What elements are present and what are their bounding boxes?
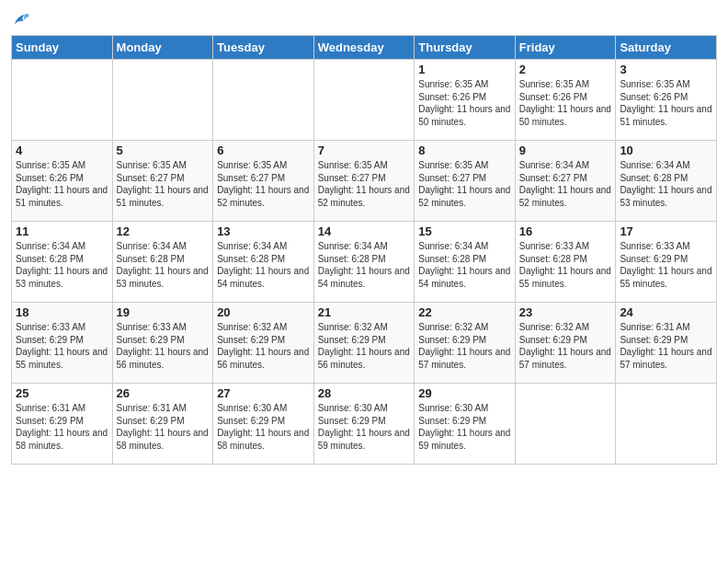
calendar-cell: 2Sunrise: 6:35 AM Sunset: 6:26 PM Daylig… bbox=[515, 60, 616, 141]
calendar-cell: 14Sunrise: 6:34 AM Sunset: 6:28 PM Dayli… bbox=[313, 222, 415, 303]
calendar-cell: 10Sunrise: 6:34 AM Sunset: 6:28 PM Dayli… bbox=[616, 141, 717, 222]
day-info: Sunrise: 6:30 AM Sunset: 6:29 PM Dayligh… bbox=[418, 402, 511, 452]
day-info: Sunrise: 6:34 AM Sunset: 6:27 PM Dayligh… bbox=[519, 159, 612, 209]
day-info: Sunrise: 6:35 AM Sunset: 6:27 PM Dayligh… bbox=[217, 159, 310, 209]
calendar-cell: 24Sunrise: 6:31 AM Sunset: 6:29 PM Dayli… bbox=[616, 303, 717, 384]
calendar-cell: 25Sunrise: 6:31 AM Sunset: 6:29 PM Dayli… bbox=[12, 384, 113, 465]
calendar-cell bbox=[515, 384, 616, 465]
day-number: 6 bbox=[217, 144, 310, 157]
day-number: 2 bbox=[519, 63, 612, 76]
calendar-week-row: 4Sunrise: 6:35 AM Sunset: 6:26 PM Daylig… bbox=[12, 141, 717, 222]
day-number: 7 bbox=[318, 144, 411, 157]
day-number: 29 bbox=[418, 386, 511, 400]
day-number: 5 bbox=[117, 144, 210, 157]
calendar-cell bbox=[616, 384, 717, 465]
calendar-weekday-friday: Friday bbox=[515, 36, 616, 60]
calendar-header-row: SundayMondayTuesdayWednesdayThursdayFrid… bbox=[12, 36, 717, 60]
day-number: 14 bbox=[318, 224, 411, 238]
day-info: Sunrise: 6:35 AM Sunset: 6:27 PM Dayligh… bbox=[117, 159, 210, 209]
day-info: Sunrise: 6:30 AM Sunset: 6:29 PM Dayligh… bbox=[318, 402, 411, 452]
day-info: Sunrise: 6:34 AM Sunset: 6:28 PM Dayligh… bbox=[16, 240, 108, 290]
calendar-cell: 26Sunrise: 6:31 AM Sunset: 6:29 PM Dayli… bbox=[112, 384, 213, 465]
calendar-cell: 9Sunrise: 6:34 AM Sunset: 6:27 PM Daylig… bbox=[515, 141, 616, 222]
day-info: Sunrise: 6:34 AM Sunset: 6:28 PM Dayligh… bbox=[620, 159, 712, 209]
calendar-week-row: 25Sunrise: 6:31 AM Sunset: 6:29 PM Dayli… bbox=[12, 384, 717, 465]
day-info: Sunrise: 6:32 AM Sunset: 6:29 PM Dayligh… bbox=[318, 321, 411, 371]
calendar-weekday-monday: Monday bbox=[112, 36, 213, 60]
calendar-cell: 11Sunrise: 6:34 AM Sunset: 6:28 PM Dayli… bbox=[12, 222, 113, 303]
day-info: Sunrise: 6:34 AM Sunset: 6:28 PM Dayligh… bbox=[318, 240, 411, 290]
calendar-weekday-sunday: Sunday bbox=[12, 36, 113, 60]
day-number: 17 bbox=[620, 224, 712, 238]
day-number: 21 bbox=[318, 305, 411, 319]
calendar-cell: 3Sunrise: 6:35 AM Sunset: 6:26 PM Daylig… bbox=[616, 60, 717, 141]
page: SundayMondayTuesdayWednesdayThursdayFrid… bbox=[0, 0, 728, 563]
calendar-cell: 1Sunrise: 6:35 AM Sunset: 6:26 PM Daylig… bbox=[415, 60, 516, 141]
day-number: 27 bbox=[217, 386, 310, 400]
calendar-cell: 8Sunrise: 6:35 AM Sunset: 6:27 PM Daylig… bbox=[415, 141, 516, 222]
logo-bird-icon bbox=[11, 9, 31, 29]
day-number: 3 bbox=[620, 63, 712, 76]
calendar-cell: 15Sunrise: 6:34 AM Sunset: 6:28 PM Dayli… bbox=[415, 222, 516, 303]
calendar-cell: 12Sunrise: 6:34 AM Sunset: 6:28 PM Dayli… bbox=[112, 222, 213, 303]
calendar-cell: 5Sunrise: 6:35 AM Sunset: 6:27 PM Daylig… bbox=[112, 141, 213, 222]
calendar-cell: 27Sunrise: 6:30 AM Sunset: 6:29 PM Dayli… bbox=[213, 384, 314, 465]
day-info: Sunrise: 6:34 AM Sunset: 6:28 PM Dayligh… bbox=[217, 240, 310, 290]
day-number: 22 bbox=[418, 305, 511, 319]
logo bbox=[11, 9, 35, 29]
day-number: 19 bbox=[117, 305, 210, 319]
day-info: Sunrise: 6:31 AM Sunset: 6:29 PM Dayligh… bbox=[16, 402, 108, 452]
day-info: Sunrise: 6:33 AM Sunset: 6:29 PM Dayligh… bbox=[620, 240, 712, 290]
header bbox=[11, 9, 717, 29]
day-number: 26 bbox=[117, 386, 210, 400]
day-info: Sunrise: 6:35 AM Sunset: 6:27 PM Dayligh… bbox=[418, 159, 511, 209]
calendar-cell bbox=[112, 60, 213, 141]
calendar-cell bbox=[213, 60, 314, 141]
calendar-weekday-wednesday: Wednesday bbox=[313, 36, 415, 60]
day-number: 12 bbox=[117, 224, 210, 238]
day-info: Sunrise: 6:33 AM Sunset: 6:29 PM Dayligh… bbox=[117, 321, 210, 371]
day-number: 1 bbox=[418, 63, 511, 76]
day-number: 13 bbox=[217, 224, 310, 238]
day-info: Sunrise: 6:33 AM Sunset: 6:29 PM Dayligh… bbox=[16, 321, 108, 371]
calendar-cell: 4Sunrise: 6:35 AM Sunset: 6:26 PM Daylig… bbox=[12, 141, 113, 222]
day-info: Sunrise: 6:32 AM Sunset: 6:29 PM Dayligh… bbox=[519, 321, 612, 371]
day-info: Sunrise: 6:31 AM Sunset: 6:29 PM Dayligh… bbox=[620, 321, 712, 371]
day-number: 4 bbox=[16, 144, 108, 157]
calendar-weekday-thursday: Thursday bbox=[415, 36, 516, 60]
calendar-cell: 21Sunrise: 6:32 AM Sunset: 6:29 PM Dayli… bbox=[313, 303, 415, 384]
calendar-week-row: 11Sunrise: 6:34 AM Sunset: 6:28 PM Dayli… bbox=[12, 222, 717, 303]
calendar-cell bbox=[12, 60, 113, 141]
calendar-week-row: 1Sunrise: 6:35 AM Sunset: 6:26 PM Daylig… bbox=[12, 60, 717, 141]
day-info: Sunrise: 6:35 AM Sunset: 6:26 PM Dayligh… bbox=[418, 78, 511, 128]
day-info: Sunrise: 6:30 AM Sunset: 6:29 PM Dayligh… bbox=[217, 402, 310, 452]
day-number: 9 bbox=[519, 144, 612, 157]
day-number: 16 bbox=[519, 224, 612, 238]
day-info: Sunrise: 6:31 AM Sunset: 6:29 PM Dayligh… bbox=[117, 402, 210, 452]
day-number: 15 bbox=[418, 224, 511, 238]
calendar-cell: 7Sunrise: 6:35 AM Sunset: 6:27 PM Daylig… bbox=[313, 141, 415, 222]
calendar-cell: 16Sunrise: 6:33 AM Sunset: 6:28 PM Dayli… bbox=[515, 222, 616, 303]
day-number: 28 bbox=[318, 386, 411, 400]
calendar-weekday-saturday: Saturday bbox=[616, 36, 717, 60]
calendar-cell: 22Sunrise: 6:32 AM Sunset: 6:29 PM Dayli… bbox=[415, 303, 516, 384]
calendar-cell: 28Sunrise: 6:30 AM Sunset: 6:29 PM Dayli… bbox=[313, 384, 415, 465]
calendar-week-row: 18Sunrise: 6:33 AM Sunset: 6:29 PM Dayli… bbox=[12, 303, 717, 384]
day-info: Sunrise: 6:35 AM Sunset: 6:27 PM Dayligh… bbox=[318, 159, 411, 209]
day-info: Sunrise: 6:32 AM Sunset: 6:29 PM Dayligh… bbox=[418, 321, 511, 371]
day-number: 23 bbox=[519, 305, 612, 319]
calendar-cell bbox=[313, 60, 415, 141]
day-info: Sunrise: 6:34 AM Sunset: 6:28 PM Dayligh… bbox=[117, 240, 210, 290]
day-number: 20 bbox=[217, 305, 310, 319]
day-info: Sunrise: 6:35 AM Sunset: 6:26 PM Dayligh… bbox=[16, 159, 108, 209]
calendar-cell: 6Sunrise: 6:35 AM Sunset: 6:27 PM Daylig… bbox=[213, 141, 314, 222]
day-info: Sunrise: 6:33 AM Sunset: 6:28 PM Dayligh… bbox=[519, 240, 612, 290]
calendar-weekday-tuesday: Tuesday bbox=[213, 36, 314, 60]
calendar-cell: 20Sunrise: 6:32 AM Sunset: 6:29 PM Dayli… bbox=[213, 303, 314, 384]
day-number: 10 bbox=[620, 144, 712, 157]
day-number: 25 bbox=[16, 386, 108, 400]
calendar-cell: 18Sunrise: 6:33 AM Sunset: 6:29 PM Dayli… bbox=[12, 303, 113, 384]
day-number: 11 bbox=[16, 224, 108, 238]
day-info: Sunrise: 6:35 AM Sunset: 6:26 PM Dayligh… bbox=[620, 78, 712, 128]
calendar-cell: 23Sunrise: 6:32 AM Sunset: 6:29 PM Dayli… bbox=[515, 303, 616, 384]
